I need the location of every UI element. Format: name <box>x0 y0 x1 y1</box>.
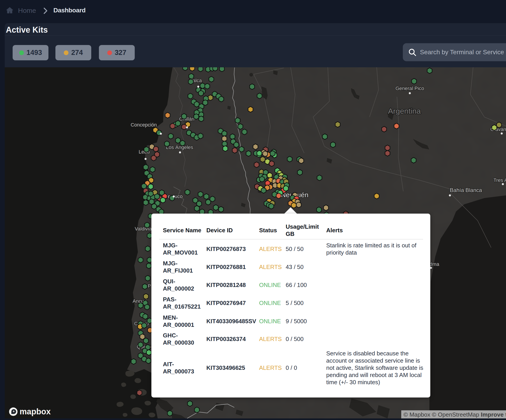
svg-text:Los Ángeles: Los Ángeles <box>166 144 193 150</box>
svg-text:P: P <box>148 283 151 289</box>
svg-text:Tres Arro: Tres Arro <box>493 177 506 183</box>
svg-text:Bahía Blanca: Bahía Blanca <box>450 187 482 193</box>
svg-text:General Pico: General Pico <box>395 85 424 91</box>
svg-text:dma: dma <box>430 261 439 267</box>
svg-text:Argentina: Argentina <box>388 107 421 115</box>
svg-text:Concepción: Concepción <box>131 122 157 128</box>
